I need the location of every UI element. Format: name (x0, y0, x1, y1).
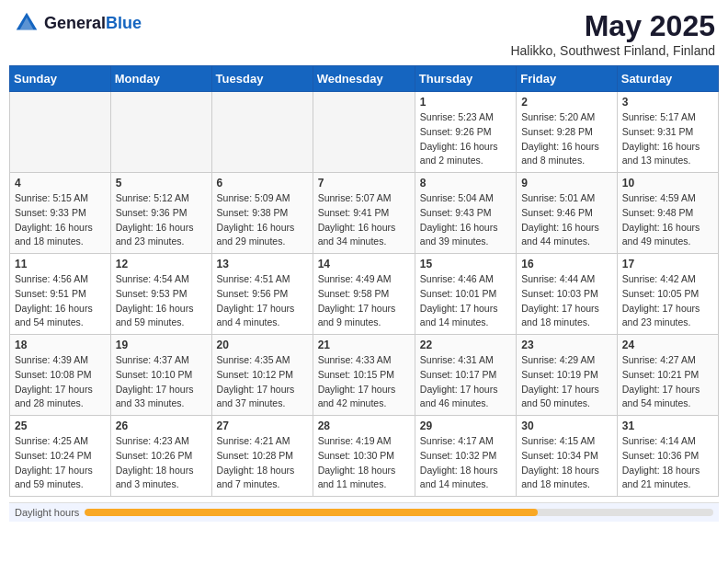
day-number: 24 (622, 339, 713, 351)
day-number: 14 (318, 258, 410, 270)
calendar-day4: 4Sunrise: 5:15 AMSunset: 9:33 PMDaylight… (10, 173, 111, 254)
day-number: 19 (116, 339, 207, 351)
day-number: 27 (217, 419, 308, 432)
calendar-dayempty (110, 92, 211, 173)
calendar-day29: 29Sunrise: 4:17 AMSunset: 10:32 PMDaylig… (415, 416, 516, 497)
day-info: Sunrise: 4:27 AMSunset: 10:21 PMDaylight… (622, 353, 713, 411)
calendar-day24: 24Sunrise: 4:27 AMSunset: 10:21 PMDaylig… (617, 335, 718, 416)
day-number: 18 (15, 339, 106, 351)
day-number: 12 (116, 258, 207, 270)
day-info: Sunrise: 4:19 AMSunset: 10:30 PMDaylight… (318, 434, 410, 492)
logo-general: General (44, 14, 106, 32)
day-info: Sunrise: 4:17 AMSunset: 10:32 PMDaylight… (420, 434, 511, 492)
daylight-label: Daylight hours (15, 507, 79, 518)
day-info: Sunrise: 4:29 AMSunset: 10:19 PMDaylight… (521, 353, 612, 411)
logo-blue: Blue (106, 14, 142, 32)
day-number: 2 (521, 96, 612, 109)
day-info: Sunrise: 4:37 AMSunset: 10:10 PMDaylight… (116, 353, 207, 411)
calendar-weekday-friday: Friday (517, 66, 618, 92)
day-info: Sunrise: 5:01 AMSunset: 9:46 PMDaylight:… (521, 191, 612, 249)
day-info: Sunrise: 4:56 AMSunset: 9:51 PMDaylight:… (15, 272, 106, 330)
calendar-week-1: 1Sunrise: 5:23 AMSunset: 9:26 PMDaylight… (10, 92, 719, 173)
day-info: Sunrise: 5:04 AMSunset: 9:43 PMDaylight:… (420, 191, 511, 249)
logo-icon (13, 9, 40, 37)
day-number: 22 (420, 339, 511, 351)
calendar-day27: 27Sunrise: 4:21 AMSunset: 10:28 PMDaylig… (211, 416, 313, 497)
location-subtitle: Halikko, Southwest Finland, Finland (510, 43, 715, 58)
calendar-day3: 3Sunrise: 5:17 AMSunset: 9:31 PMDaylight… (617, 92, 718, 173)
calendar-day10: 10Sunrise: 4:59 AMSunset: 9:48 PMDayligh… (617, 173, 718, 254)
day-number: 4 (15, 177, 106, 190)
day-info: Sunrise: 4:25 AMSunset: 10:24 PMDaylight… (15, 434, 106, 492)
day-number: 21 (318, 339, 410, 351)
day-info: Sunrise: 5:09 AMSunset: 9:38 PMDaylight:… (217, 191, 308, 249)
calendar-day1: 1Sunrise: 5:23 AMSunset: 9:26 PMDaylight… (415, 92, 516, 173)
day-number: 9 (521, 177, 612, 190)
day-number: 16 (521, 258, 612, 270)
calendar-day16: 16Sunrise: 4:44 AMSunset: 10:03 PMDaylig… (517, 254, 618, 335)
calendar-day13: 13Sunrise: 4:51 AMSunset: 9:56 PMDayligh… (211, 254, 313, 335)
day-number: 25 (15, 419, 106, 432)
daylight-bar-container (85, 509, 713, 516)
calendar-day18: 18Sunrise: 4:39 AMSunset: 10:08 PMDaylig… (10, 335, 111, 416)
day-info: Sunrise: 4:59 AMSunset: 9:48 PMDaylight:… (622, 191, 713, 249)
day-number: 30 (521, 419, 612, 432)
calendar-week-5: 25Sunrise: 4:25 AMSunset: 10:24 PMDaylig… (10, 416, 719, 497)
day-number: 13 (217, 258, 308, 270)
day-info: Sunrise: 5:12 AMSunset: 9:36 PMDaylight:… (116, 191, 207, 249)
daylight-bar (85, 509, 537, 516)
day-info: Sunrise: 4:14 AMSunset: 10:36 PMDaylight… (622, 434, 713, 492)
month-title: May 2025 (510, 9, 715, 43)
calendar-day31: 31Sunrise: 4:14 AMSunset: 10:36 PMDaylig… (617, 416, 718, 497)
calendar-weekday-sunday: Sunday (10, 66, 111, 92)
logo-text: GeneralBlue (44, 14, 142, 33)
calendar-week-2: 4Sunrise: 5:15 AMSunset: 9:33 PMDaylight… (10, 173, 719, 254)
calendar-table: SundayMondayTuesdayWednesdayThursdayFrid… (9, 65, 719, 497)
calendar-weekday-monday: Monday (110, 66, 211, 92)
day-info: Sunrise: 4:49 AMSunset: 9:58 PMDaylight:… (318, 272, 410, 330)
day-info: Sunrise: 4:46 AMSunset: 10:01 PMDaylight… (420, 272, 511, 330)
day-info: Sunrise: 4:35 AMSunset: 10:12 PMDaylight… (217, 353, 308, 411)
calendar-weekday-tuesday: Tuesday (211, 66, 313, 92)
day-number: 15 (420, 258, 511, 270)
day-info: Sunrise: 5:07 AMSunset: 9:41 PMDaylight:… (318, 191, 410, 249)
calendar-day23: 23Sunrise: 4:29 AMSunset: 10:19 PMDaylig… (517, 335, 618, 416)
day-info: Sunrise: 5:15 AMSunset: 9:33 PMDaylight:… (15, 191, 106, 249)
day-info: Sunrise: 4:21 AMSunset: 10:28 PMDaylight… (217, 434, 308, 492)
day-number: 23 (521, 339, 612, 351)
day-info: Sunrise: 4:33 AMSunset: 10:15 PMDaylight… (318, 353, 410, 411)
calendar-day22: 22Sunrise: 4:31 AMSunset: 10:17 PMDaylig… (415, 335, 516, 416)
day-info: Sunrise: 4:44 AMSunset: 10:03 PMDaylight… (521, 272, 612, 330)
calendar-day20: 20Sunrise: 4:35 AMSunset: 10:12 PMDaylig… (211, 335, 313, 416)
calendar-day21: 21Sunrise: 4:33 AMSunset: 10:15 PMDaylig… (313, 335, 415, 416)
calendar-day28: 28Sunrise: 4:19 AMSunset: 10:30 PMDaylig… (313, 416, 415, 497)
day-info: Sunrise: 4:23 AMSunset: 10:26 PMDaylight… (116, 434, 207, 492)
calendar-week-4: 18Sunrise: 4:39 AMSunset: 10:08 PMDaylig… (10, 335, 719, 416)
calendar-day30: 30Sunrise: 4:15 AMSunset: 10:34 PMDaylig… (517, 416, 618, 497)
day-info: Sunrise: 4:39 AMSunset: 10:08 PMDaylight… (15, 353, 106, 411)
day-number: 1 (420, 96, 511, 109)
day-info: Sunrise: 4:54 AMSunset: 9:53 PMDaylight:… (116, 272, 207, 330)
calendar-day17: 17Sunrise: 4:42 AMSunset: 10:05 PMDaylig… (617, 254, 718, 335)
calendar-weekday-wednesday: Wednesday (313, 66, 415, 92)
day-number: 3 (622, 96, 713, 109)
calendar-day25: 25Sunrise: 4:25 AMSunset: 10:24 PMDaylig… (10, 416, 111, 497)
calendar-day15: 15Sunrise: 4:46 AMSunset: 10:01 PMDaylig… (415, 254, 516, 335)
calendar-day12: 12Sunrise: 4:54 AMSunset: 9:53 PMDayligh… (110, 254, 211, 335)
day-number: 11 (15, 258, 106, 270)
day-number: 17 (622, 258, 713, 270)
day-info: Sunrise: 5:17 AMSunset: 9:31 PMDaylight:… (622, 110, 713, 168)
page-header: GeneralBlue May 2025 Halikko, Southwest … (9, 9, 719, 58)
day-number: 31 (622, 419, 713, 432)
calendar-dayempty (313, 92, 415, 173)
calendar-weekday-saturday: Saturday (617, 66, 718, 92)
logo: GeneralBlue (13, 9, 142, 37)
calendar-dayempty (10, 92, 111, 173)
day-number: 20 (217, 339, 308, 351)
calendar-day2: 2Sunrise: 5:20 AMSunset: 9:28 PMDaylight… (517, 92, 618, 173)
day-number: 5 (116, 177, 207, 190)
day-info: Sunrise: 4:51 AMSunset: 9:56 PMDaylight:… (217, 272, 308, 330)
calendar-weekday-thursday: Thursday (415, 66, 516, 92)
calendar-header-row: SundayMondayTuesdayWednesdayThursdayFrid… (10, 66, 719, 92)
calendar-day8: 8Sunrise: 5:04 AMSunset: 9:43 PMDaylight… (415, 173, 516, 254)
